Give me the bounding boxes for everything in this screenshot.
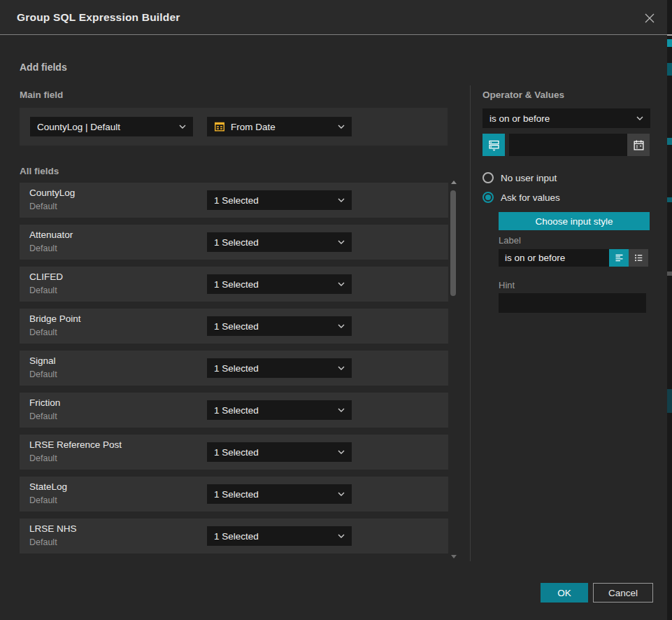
- operator-select[interactable]: is on or before: [482, 108, 650, 128]
- field-row-signal: Signal Default 1 Selected: [20, 351, 448, 386]
- dialog-header: Group SQL Expression Builder: [0, 0, 667, 35]
- field-values-select[interactable]: 1 Selected: [207, 232, 352, 252]
- field-name: Attenuator: [29, 230, 73, 240]
- choose-input-style-button[interactable]: Choose input style: [499, 212, 650, 230]
- field-name: LRSE NHS: [29, 523, 77, 534]
- radio-circle-icon[interactable]: [482, 172, 494, 183]
- dialog-title: Group SQL Expression Builder: [17, 11, 180, 24]
- field-name: Bridge Point: [29, 313, 81, 324]
- field-subtitle: Default: [29, 202, 57, 211]
- field-values-select-value: 1 Selected: [214, 195, 259, 206]
- all-fields-list: CountyLog Default 1 Selected Attenuator …: [20, 183, 448, 561]
- main-date-field-select[interactable]: From Date: [207, 117, 352, 136]
- label-input-row: [499, 249, 648, 267]
- field-values-select-value: 1 Selected: [214, 321, 259, 332]
- field-name: StateLog: [29, 481, 67, 492]
- chevron-down-icon: [338, 408, 345, 412]
- date-field-icon: [214, 121, 225, 132]
- field-values-select-value: 1 Selected: [214, 405, 259, 416]
- all-fields-label: All fields: [20, 166, 59, 176]
- field-row-lrse-reference-post: LRSE Reference Post Default 1 Selected: [20, 435, 448, 470]
- add-fields-heading: Add fields: [20, 62, 67, 73]
- field-values-select[interactable]: 1 Selected: [207, 274, 352, 294]
- field-values-select[interactable]: 1 Selected: [207, 190, 352, 210]
- chevron-down-icon: [338, 366, 345, 370]
- field-values-select[interactable]: 1 Selected: [207, 442, 352, 462]
- strip-fragment: [667, 39, 672, 47]
- field-row-clifed: CLIFED Default 1 Selected: [20, 267, 448, 302]
- align-left-icon: [614, 253, 624, 263]
- field-name: LRSE Reference Post: [29, 439, 122, 450]
- field-values-select-value: 1 Selected: [214, 363, 259, 374]
- unique-values-button[interactable]: [482, 134, 505, 156]
- strip-fragment: [667, 63, 672, 76]
- unique-values-icon: [488, 139, 500, 151]
- field-subtitle: Default: [29, 495, 57, 505]
- background-app-strip: [667, 0, 672, 620]
- panel-divider: [470, 85, 471, 561]
- field-values-select-value: 1 Selected: [214, 447, 259, 458]
- field-row-countylog: CountyLog Default 1 Selected: [20, 183, 448, 218]
- radio-circle-checked-icon[interactable]: [482, 192, 494, 203]
- field-values-select[interactable]: 1 Selected: [207, 358, 352, 378]
- chevron-down-icon: [338, 282, 345, 286]
- field-values-select[interactable]: 1 Selected: [207, 526, 352, 546]
- radio-no-user-input[interactable]: No user input: [482, 172, 557, 183]
- radio-ask-for-values-label: Ask for values: [501, 192, 560, 203]
- main-field-label: Main field: [20, 90, 63, 100]
- bulleted-list-icon: [634, 253, 644, 263]
- field-name: Friction: [29, 397, 60, 408]
- field-row-attenuator: Attenuator Default 1 Selected: [20, 225, 448, 260]
- single-line-style-button[interactable]: [609, 249, 629, 267]
- field-row-statelog: StateLog Default 1 Selected: [20, 477, 448, 512]
- list-scrollbar[interactable]: [450, 181, 457, 558]
- scrollbar-thumb[interactable]: [450, 190, 456, 296]
- radio-ask-for-values[interactable]: Ask for values: [482, 192, 560, 203]
- chevron-down-icon: [338, 125, 345, 129]
- strip-fragment: [667, 138, 672, 145]
- scroll-up-arrow-icon[interactable]: [451, 181, 457, 184]
- field-values-select-value: 1 Selected: [214, 279, 259, 290]
- chevron-down-icon: [636, 116, 643, 120]
- field-subtitle: Default: [29, 327, 57, 337]
- field-values-select[interactable]: 1 Selected: [207, 400, 352, 420]
- main-date-field-value: From Date: [231, 122, 276, 132]
- field-name: Signal: [29, 355, 56, 366]
- chevron-down-icon: [338, 324, 345, 328]
- ok-button[interactable]: OK: [541, 583, 588, 603]
- field-subtitle: Default: [29, 286, 57, 295]
- value-input-row: [482, 134, 650, 156]
- chevron-down-icon: [179, 125, 186, 129]
- scroll-down-arrow-icon[interactable]: [451, 555, 457, 558]
- field-values-select-value: 1 Selected: [214, 489, 259, 500]
- cancel-button[interactable]: Cancel: [593, 583, 653, 603]
- strip-fragment: [667, 197, 672, 202]
- operator-select-value: is on or before: [489, 113, 550, 124]
- field-values-select-value: 1 Selected: [214, 237, 259, 248]
- date-value-input[interactable]: [509, 134, 627, 156]
- hint-input[interactable]: [499, 293, 646, 313]
- calendar-icon: [633, 139, 645, 151]
- field-values-select-value: 1 Selected: [214, 531, 259, 542]
- screen: Group SQL Expression Builder Add fields …: [0, 0, 672, 620]
- field-subtitle: Default: [29, 369, 57, 379]
- field-subtitle: Default: [29, 537, 57, 547]
- field-values-select[interactable]: 1 Selected: [207, 484, 352, 504]
- field-values-select[interactable]: 1 Selected: [207, 316, 352, 336]
- chevron-down-icon: [338, 198, 345, 202]
- list-style-button[interactable]: [629, 249, 648, 267]
- radio-no-user-input-label: No user input: [501, 173, 557, 183]
- strip-fragment: [667, 272, 672, 276]
- field-name: CountyLog: [29, 188, 75, 198]
- close-icon: [644, 13, 655, 24]
- field-name: CLIFED: [29, 272, 63, 282]
- close-button[interactable]: [641, 9, 659, 27]
- field-subtitle: Default: [29, 453, 57, 463]
- date-picker-button[interactable]: [627, 134, 650, 156]
- field-row-lrse-nhs: LRSE NHS Default 1 Selected: [20, 519, 448, 554]
- label-input[interactable]: [499, 249, 609, 267]
- main-field-box: CountyLog | Default From Date: [20, 108, 448, 146]
- hint-caption: Hint: [499, 280, 515, 290]
- chevron-down-icon: [338, 534, 345, 538]
- main-layer-select[interactable]: CountyLog | Default: [30, 117, 193, 136]
